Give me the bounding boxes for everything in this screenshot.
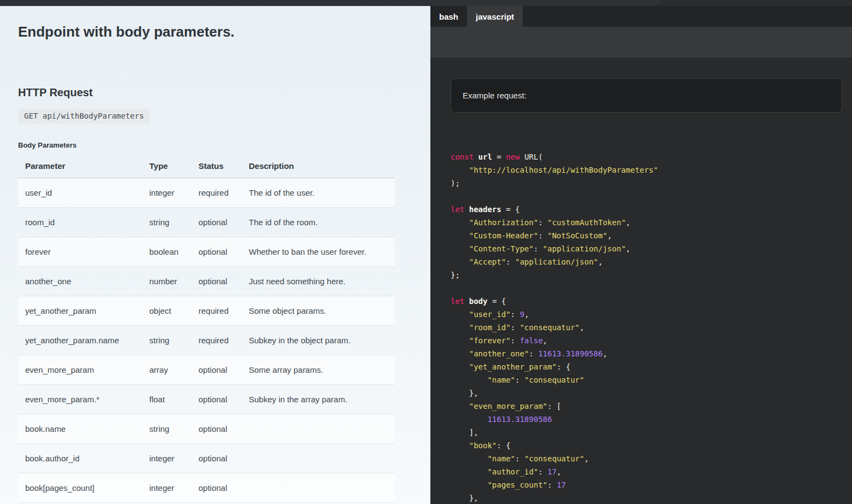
code-line: "forever": false, — [451, 334, 842, 347]
cell-description — [242, 473, 395, 503]
cell-description — [242, 444, 395, 473]
cell-parameter: forever — [18, 237, 142, 267]
cell-status: optional — [191, 385, 242, 414]
code-line: }, — [451, 386, 842, 400]
cell-parameter: room_id — [18, 208, 142, 237]
code-line: "book": { — [451, 439, 842, 452]
code-line: "Accept": "application/json", — [451, 255, 842, 268]
cell-status: optional — [191, 355, 242, 385]
table-row: yet_another_paramobjectrequiredSome obje… — [18, 296, 395, 326]
body-parameters-label: Body Parameters — [18, 141, 414, 149]
cell-type: string — [142, 414, 191, 444]
table-row: book.namestringoptional — [18, 414, 395, 444]
cell-status: optional — [191, 444, 242, 473]
code-line: "yet_another_param": { — [451, 360, 842, 373]
tab-javascript[interactable]: javascript — [467, 6, 523, 27]
endpoint-badge: GET api/withBodyParameters — [18, 109, 150, 124]
cell-description: Just need something here. — [242, 267, 395, 296]
code-line: "Authorization": "customAuthToken", — [451, 216, 842, 229]
cell-description: Whether to ban the user forever. — [242, 237, 395, 267]
table-header-row: Parameter Type Status Description — [18, 155, 395, 178]
code-line: "http://localhost/api/withBodyParameters… — [451, 163, 842, 177]
code-line: 11613.31890586 — [451, 413, 842, 426]
code-line: "another_one": 11613.31890586, — [451, 347, 842, 360]
parameters-table: Parameter Type Status Description user_i… — [18, 155, 395, 503]
code-line: "name": "consequatur" — [451, 373, 842, 386]
code-block: const url = new URL( "http://localhost/a… — [451, 150, 842, 504]
table-row: yet_another_param.namestringrequiredSubk… — [18, 326, 395, 355]
cell-parameter: yet_another_param.name — [18, 326, 142, 355]
cell-type: array — [142, 355, 191, 385]
cell-parameter: even_more_param.* — [18, 385, 142, 414]
code-line: const url = new URL( — [451, 150, 842, 163]
table-row: foreverbooleanoptionalWhether to ban the… — [18, 237, 395, 267]
code-line: "Content-Type": "application/json", — [451, 242, 842, 255]
tab-bash[interactable]: bash — [430, 6, 467, 27]
cell-type: number — [142, 267, 191, 296]
code-line: "Custom-Header": "NotSoCustom", — [451, 229, 842, 242]
column-header-parameter: Parameter — [18, 155, 142, 178]
example-request-label: Example request: — [463, 91, 527, 100]
example-request-box: Example request: — [451, 78, 842, 113]
cell-status: optional — [191, 208, 242, 237]
cell-type: float — [142, 385, 191, 414]
cell-status: required — [191, 296, 242, 326]
cell-type: integer — [142, 178, 191, 208]
cell-parameter: user_id — [18, 178, 142, 208]
column-header-status: Status — [191, 155, 242, 178]
cell-status: required — [191, 178, 242, 208]
code-line: "pages_count": 17 — [451, 478, 842, 491]
http-request-heading: HTTP Request — [18, 39, 414, 98]
cell-type: string — [142, 326, 191, 355]
top-strip-right — [660, 0, 852, 6]
parameters-table-body: user_idintegerrequiredThe id of the user… — [18, 178, 395, 503]
cell-type: integer — [142, 444, 191, 473]
code-line: }; — [451, 268, 842, 282]
cell-type: object — [142, 296, 191, 326]
code-line: ); — [451, 177, 842, 190]
code-panel: bash javascript Example request: const u… — [430, 0, 852, 504]
cell-status: optional — [191, 473, 242, 503]
language-tabbar: bash javascript — [430, 6, 852, 27]
code-line: let headers = { — [451, 203, 842, 216]
table-row: book[pages_count]integeroptional — [18, 473, 395, 503]
code-line — [451, 282, 842, 295]
cell-description: Some array params. — [242, 355, 395, 385]
table-row: another_onenumberoptionalJust need somet… — [18, 267, 395, 296]
code-line: "name": "consequatur", — [451, 452, 842, 465]
top-strip — [0, 0, 660, 6]
cell-parameter: book[pages_count] — [18, 473, 142, 503]
table-row: even_more_paramarrayoptionalSome array p… — [18, 355, 395, 385]
table-row: even_more_param.*floatoptionalSubkey in … — [18, 385, 395, 414]
cell-parameter: book.author_id — [18, 444, 142, 473]
tabbar-band — [430, 27, 852, 57]
cell-parameter: even_more_param — [18, 355, 142, 385]
code-line: "author_id": 17, — [451, 465, 842, 478]
cell-description: Subkey in the array param. — [242, 385, 395, 414]
cell-parameter: another_one — [18, 267, 142, 296]
cell-type: integer — [142, 473, 191, 503]
code-line: ], — [451, 426, 842, 439]
docs-panel: Endpoint with body parameters. HTTP Requ… — [0, 0, 430, 504]
cell-parameter: yet_another_param — [18, 296, 142, 326]
cell-description: Some object params. — [242, 296, 395, 326]
table-row: user_idintegerrequiredThe id of the user… — [18, 178, 395, 208]
cell-description: The id of the room. — [242, 208, 395, 237]
cell-description: Subkey in the object param. — [242, 326, 395, 355]
column-header-type: Type — [142, 155, 191, 178]
cell-status: required — [191, 326, 242, 355]
code-line: "room_id": "consequatur", — [451, 321, 842, 334]
column-header-description: Description — [242, 155, 395, 178]
cell-type: string — [142, 208, 191, 237]
cell-parameter: book.name — [18, 414, 142, 444]
code-line: }, — [451, 491, 842, 504]
cell-status: optional — [191, 414, 242, 444]
code-line: "even_more_param": [ — [451, 400, 842, 413]
code-line — [451, 190, 842, 203]
code-line: let body = { — [451, 295, 842, 308]
table-row: room_idstringoptionalThe id of the room. — [18, 208, 395, 237]
cell-description: The id of the user. — [242, 178, 395, 208]
table-row: book.author_idintegeroptional — [18, 444, 395, 473]
cell-type: boolean — [142, 237, 191, 267]
cell-status: optional — [191, 267, 242, 296]
